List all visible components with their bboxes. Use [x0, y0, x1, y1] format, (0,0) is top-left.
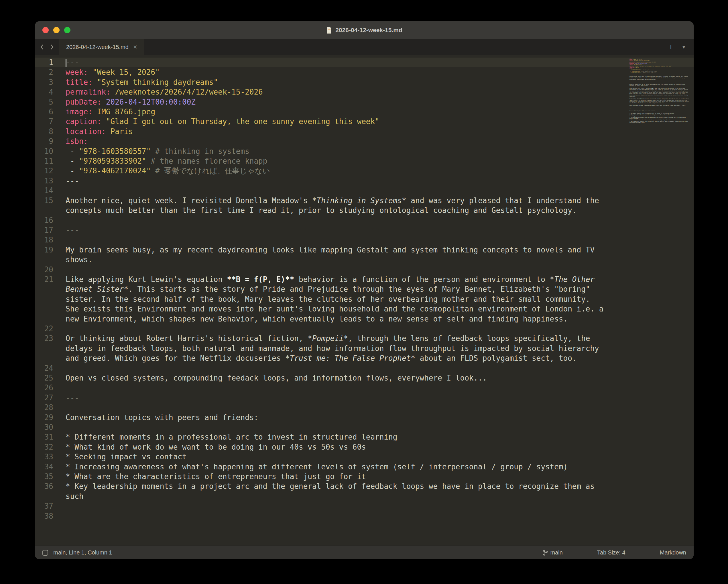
line-number: 33 — [35, 452, 53, 462]
editor-pane[interactable]: 1---2week: "Week 15, 2026"3title: "Syste… — [35, 55, 694, 545]
line-number: 38 — [35, 511, 53, 521]
line-number: 26 — [35, 383, 53, 392]
editor-line[interactable]: 9isbn: — [35, 136, 694, 146]
line-number: 35 — [35, 472, 53, 481]
line-content: * What kind of work do we want to be doi… — [66, 442, 604, 452]
editor-line[interactable]: 5pubDate: 2026-04-12T00:00:00Z — [35, 97, 694, 107]
minimap[interactable]: ---week: "Week 15, 2026"title: "System t… — [629, 58, 690, 126]
line-content: Conversation topics with peers and frien… — [66, 413, 604, 423]
line-number: 4 — [35, 87, 53, 97]
tab-dropdown-icon[interactable]: ▼ — [681, 45, 686, 50]
editor-line[interactable]: 20 — [35, 265, 694, 275]
editor-line[interactable]: 38 — [35, 511, 694, 521]
line-content: - "9780593833902" # the names florence k… — [66, 156, 604, 166]
line-content: --- — [66, 225, 604, 235]
editor-line[interactable]: 11 - "9780593833902" # the names florenc… — [35, 156, 694, 166]
line-number: 5 — [35, 97, 53, 107]
line-content: location: Paris — [66, 127, 604, 136]
line-number: 25 — [35, 373, 53, 383]
editor-line[interactable]: 22 — [35, 324, 694, 334]
line-number: 24 — [35, 363, 53, 373]
editor-line[interactable]: 12 - "978-4062170024" # 憂鬱でなければ、仕事じゃない — [35, 166, 694, 176]
window-title: 2026-04-12-week-15.md — [335, 27, 402, 33]
line-number: 32 — [35, 442, 53, 452]
cursor-position-status[interactable]: main, Line 1, Column 1 — [53, 549, 112, 556]
line-content: * Seeking impact vs contact — [66, 452, 604, 462]
line-number: 27 — [35, 393, 53, 403]
editor-line[interactable]: 18 — [35, 235, 694, 245]
tab-label: 2026-04-12-week-15.md — [66, 44, 129, 50]
editor-line[interactable]: 7caption: "Glad I got out on Thursday, t… — [35, 117, 694, 126]
editor-line[interactable]: 21Like applying Kurt Lewin's equation **… — [35, 275, 694, 324]
line-number: 37 — [35, 501, 53, 511]
panel-toggle-icon[interactable] — [43, 550, 48, 556]
editor-line[interactable]: 32* What kind of work do we want to be d… — [35, 442, 694, 452]
editor-line[interactable]: 2week: "Week 15, 2026" — [35, 67, 694, 77]
minimap-line: Open vs closed systems, compounding feed… — [629, 105, 690, 106]
language-status[interactable]: Markdown — [660, 549, 686, 556]
line-number: 17 — [35, 225, 53, 235]
editor-line[interactable]: 31* Different moments in a professional … — [35, 432, 694, 442]
line-content: * Key leadership moments in a project ar… — [66, 481, 604, 501]
line-number: 30 — [35, 423, 53, 432]
editor-line[interactable]: 6image: IMG_8766.jpeg — [35, 107, 694, 117]
line-number: 19 — [35, 245, 53, 255]
editor-line[interactable]: 8location: Paris — [35, 127, 694, 136]
tabbar-right-controls: + ▼ — [661, 39, 694, 55]
editor-line[interactable]: 16 — [35, 215, 694, 225]
line-content: --- — [66, 58, 604, 67]
minimap-line: * Key leadership moments in a project ar… — [629, 121, 690, 124]
editor-line[interactable]: 4permalink: /weeknotes/2026/4/12/week-15… — [35, 87, 694, 97]
tab-active[interactable]: 2026-04-12-week-15.md × — [59, 39, 144, 55]
editor-line[interactable]: 19My brain seems busy, as my recent dayd… — [35, 245, 694, 265]
new-tab-icon[interactable]: + — [669, 43, 674, 51]
line-number: 12 — [35, 166, 53, 176]
line-number: 22 — [35, 324, 53, 334]
line-content: - "978-1603580557" # thinking in systems — [66, 147, 604, 156]
line-number: 8 — [35, 127, 53, 136]
window-title-group: 2026-04-12-week-15.md — [326, 26, 402, 34]
editor-line[interactable]: 37 — [35, 501, 694, 511]
line-number: 13 — [35, 176, 53, 186]
line-number: 28 — [35, 403, 53, 412]
line-number: 9 — [35, 136, 53, 146]
editor-line[interactable]: 14 — [35, 186, 694, 196]
editor-line[interactable]: 17--- — [35, 225, 694, 235]
editor-line[interactable]: 1--- — [35, 58, 694, 67]
editor-line[interactable]: 34* Increasing awareness of what's happe… — [35, 462, 694, 472]
titlebar[interactable]: 2026-04-12-week-15.md — [35, 21, 694, 39]
line-number: 14 — [35, 186, 53, 196]
git-branch-status[interactable]: main — [543, 549, 563, 556]
markdown-file-icon — [326, 26, 332, 34]
editor-line[interactable]: 30 — [35, 423, 694, 432]
close-tab-icon[interactable]: × — [133, 44, 137, 50]
editor-line[interactable]: 36* Key leadership moments in a project … — [35, 481, 694, 501]
editor-line[interactable]: 25Open vs closed systems, compounding fe… — [35, 373, 694, 383]
editor-line[interactable]: 35* What are the characteristics of entr… — [35, 472, 694, 481]
editor-line[interactable]: 24 — [35, 363, 694, 373]
minimap-line — [629, 125, 690, 126]
editor-line[interactable]: 26 — [35, 383, 694, 392]
line-number: 7 — [35, 117, 53, 126]
status-bar: main, Line 1, Column 1 main Tab Size: 4 … — [35, 545, 694, 559]
editor-line[interactable]: 23Or thinking about Robert Harris's hist… — [35, 334, 694, 363]
editor-line[interactable]: 28 — [35, 403, 694, 412]
editor-line[interactable]: 29Conversation topics with peers and fri… — [35, 413, 694, 423]
line-number: 11 — [35, 156, 53, 166]
tab-size-status[interactable]: Tab Size: 4 — [597, 549, 625, 556]
nav-back-icon[interactable] — [40, 44, 44, 50]
editor-line[interactable]: 15Another nice, quiet week. I revisited … — [35, 196, 694, 215]
editor-line[interactable]: 27--- — [35, 393, 694, 403]
editor-line[interactable]: 3title: "System thinking daydreams" — [35, 77, 694, 87]
zoom-window-button[interactable] — [64, 27, 71, 33]
editor-line[interactable]: 13--- — [35, 176, 694, 186]
line-content: isbn: — [66, 136, 604, 146]
close-window-button[interactable] — [43, 27, 49, 33]
editor-lines: 1---2week: "Week 15, 2026"3title: "Syste… — [35, 58, 694, 521]
line-number: 29 — [35, 413, 53, 423]
editor-line[interactable]: 10 - "978-1603580557" # thinking in syst… — [35, 147, 694, 156]
editor-line[interactable]: 33* Seeking impact vs contact — [35, 452, 694, 462]
minimize-window-button[interactable] — [53, 27, 59, 33]
line-content: * Increasing awareness of what's happeni… — [66, 462, 604, 472]
nav-forward-icon[interactable] — [50, 44, 54, 50]
